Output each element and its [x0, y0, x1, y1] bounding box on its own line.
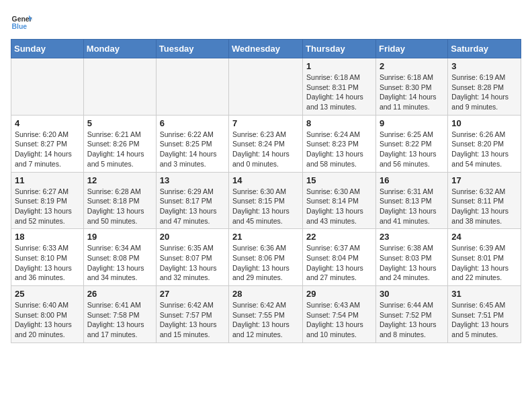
day-info: Sunrise: 6:18 AM Sunset: 8:31 PM Dayligh…	[306, 73, 372, 112]
calendar-week-row: 1Sunrise: 6:18 AM Sunset: 8:31 PM Daylig…	[11, 58, 521, 116]
day-header-saturday: Saturday	[448, 40, 521, 58]
day-number: 18	[15, 232, 80, 242]
calendar-cell: 15Sunrise: 6:30 AM Sunset: 8:14 PM Dayli…	[303, 172, 376, 229]
day-info: Sunrise: 6:42 AM Sunset: 7:55 PM Dayligh…	[232, 300, 299, 340]
day-number: 25	[15, 289, 80, 299]
calendar-cell: 31Sunrise: 6:45 AM Sunset: 7:51 PM Dayli…	[448, 286, 521, 343]
day-info: Sunrise: 6:23 AM Sunset: 8:24 PM Dayligh…	[232, 130, 299, 169]
calendar-cell	[156, 58, 228, 116]
day-info: Sunrise: 6:43 AM Sunset: 7:54 PM Dayligh…	[306, 300, 372, 340]
day-number: 10	[451, 118, 517, 128]
day-header-tuesday: Tuesday	[156, 40, 228, 58]
day-number: 9	[380, 118, 444, 128]
calendar-cell: 21Sunrise: 6:36 AM Sunset: 8:06 PM Dayli…	[229, 229, 303, 286]
day-info: Sunrise: 6:22 AM Sunset: 8:25 PM Dayligh…	[160, 130, 225, 169]
calendar-cell: 10Sunrise: 6:26 AM Sunset: 8:20 PM Dayli…	[448, 115, 521, 172]
day-info: Sunrise: 6:40 AM Sunset: 8:00 PM Dayligh…	[15, 300, 80, 340]
day-info: Sunrise: 6:44 AM Sunset: 7:52 PM Dayligh…	[380, 300, 444, 340]
day-info: Sunrise: 6:33 AM Sunset: 8:10 PM Dayligh…	[15, 243, 80, 283]
day-info: Sunrise: 6:41 AM Sunset: 7:58 PM Dayligh…	[87, 300, 152, 340]
calendar-cell: 22Sunrise: 6:37 AM Sunset: 8:04 PM Dayli…	[303, 229, 376, 286]
day-header-thursday: Thursday	[303, 40, 376, 58]
calendar-cell: 24Sunrise: 6:39 AM Sunset: 8:01 PM Dayli…	[448, 229, 521, 286]
day-number: 4	[15, 118, 80, 128]
calendar-cell: 13Sunrise: 6:29 AM Sunset: 8:17 PM Dayli…	[156, 172, 228, 229]
calendar-cell: 30Sunrise: 6:44 AM Sunset: 7:52 PM Dayli…	[375, 286, 447, 343]
calendar-cell: 7Sunrise: 6:23 AM Sunset: 8:24 PM Daylig…	[229, 115, 303, 172]
calendar-cell: 27Sunrise: 6:42 AM Sunset: 7:57 PM Dayli…	[156, 286, 228, 343]
day-info: Sunrise: 6:20 AM Sunset: 8:27 PM Dayligh…	[15, 130, 80, 169]
calendar-cell: 6Sunrise: 6:22 AM Sunset: 8:25 PM Daylig…	[156, 115, 228, 172]
page-header: General Blue	[11, 11, 521, 32]
calendar-table: SundayMondayTuesdayWednesdayThursdayFrid…	[11, 39, 521, 343]
day-number: 28	[232, 289, 299, 299]
calendar-cell: 3Sunrise: 6:19 AM Sunset: 8:28 PM Daylig…	[448, 58, 521, 116]
calendar-cell: 23Sunrise: 6:38 AM Sunset: 8:03 PM Dayli…	[375, 229, 447, 286]
calendar-cell: 9Sunrise: 6:25 AM Sunset: 8:22 PM Daylig…	[375, 115, 447, 172]
day-number: 19	[87, 232, 152, 242]
logo-icon: General Blue	[11, 11, 32, 32]
day-number: 29	[306, 289, 372, 299]
day-info: Sunrise: 6:26 AM Sunset: 8:20 PM Dayligh…	[451, 130, 517, 169]
calendar-cell: 4Sunrise: 6:20 AM Sunset: 8:27 PM Daylig…	[11, 115, 84, 172]
day-info: Sunrise: 6:30 AM Sunset: 8:15 PM Dayligh…	[232, 187, 299, 226]
day-number: 15	[306, 175, 372, 185]
calendar-cell	[229, 58, 303, 116]
day-info: Sunrise: 6:45 AM Sunset: 7:51 PM Dayligh…	[451, 300, 517, 340]
calendar-cell: 11Sunrise: 6:27 AM Sunset: 8:19 PM Dayli…	[11, 172, 84, 229]
day-number: 17	[451, 175, 517, 185]
day-number: 13	[160, 175, 225, 185]
day-number: 8	[306, 118, 372, 128]
svg-text:Blue: Blue	[12, 23, 28, 30]
day-info: Sunrise: 6:27 AM Sunset: 8:19 PM Dayligh…	[15, 187, 80, 226]
day-info: Sunrise: 6:31 AM Sunset: 8:13 PM Dayligh…	[380, 187, 444, 226]
day-header-sunday: Sunday	[11, 40, 84, 58]
calendar-cell: 28Sunrise: 6:42 AM Sunset: 7:55 PM Dayli…	[229, 286, 303, 343]
day-info: Sunrise: 6:36 AM Sunset: 8:06 PM Dayligh…	[232, 243, 299, 283]
day-number: 3	[451, 61, 517, 71]
day-number: 21	[232, 232, 299, 242]
calendar-header-row: SundayMondayTuesdayWednesdayThursdayFrid…	[11, 40, 521, 58]
calendar-cell: 14Sunrise: 6:30 AM Sunset: 8:15 PM Dayli…	[229, 172, 303, 229]
day-info: Sunrise: 6:18 AM Sunset: 8:30 PM Dayligh…	[380, 73, 444, 112]
day-info: Sunrise: 6:34 AM Sunset: 8:08 PM Dayligh…	[87, 243, 152, 283]
day-info: Sunrise: 6:21 AM Sunset: 8:26 PM Dayligh…	[87, 130, 152, 169]
calendar-cell: 25Sunrise: 6:40 AM Sunset: 8:00 PM Dayli…	[11, 286, 84, 343]
day-info: Sunrise: 6:19 AM Sunset: 8:28 PM Dayligh…	[451, 73, 517, 112]
day-number: 6	[160, 118, 225, 128]
day-number: 24	[451, 232, 517, 242]
day-number: 30	[380, 289, 444, 299]
calendar-week-row: 25Sunrise: 6:40 AM Sunset: 8:00 PM Dayli…	[11, 286, 521, 343]
day-number: 14	[232, 175, 299, 185]
day-info: Sunrise: 6:32 AM Sunset: 8:11 PM Dayligh…	[451, 187, 517, 226]
calendar-cell: 18Sunrise: 6:33 AM Sunset: 8:10 PM Dayli…	[11, 229, 84, 286]
day-number: 26	[87, 289, 152, 299]
day-header-wednesday: Wednesday	[229, 40, 303, 58]
day-info: Sunrise: 6:38 AM Sunset: 8:03 PM Dayligh…	[380, 243, 444, 283]
day-number: 22	[306, 232, 372, 242]
day-number: 27	[160, 289, 225, 299]
calendar-cell: 16Sunrise: 6:31 AM Sunset: 8:13 PM Dayli…	[375, 172, 447, 229]
day-number: 11	[15, 175, 80, 185]
calendar-cell: 29Sunrise: 6:43 AM Sunset: 7:54 PM Dayli…	[303, 286, 376, 343]
day-header-monday: Monday	[83, 40, 156, 58]
calendar-week-row: 18Sunrise: 6:33 AM Sunset: 8:10 PM Dayli…	[11, 229, 521, 286]
calendar-cell: 5Sunrise: 6:21 AM Sunset: 8:26 PM Daylig…	[83, 115, 156, 172]
day-number: 20	[160, 232, 225, 242]
day-info: Sunrise: 6:24 AM Sunset: 8:23 PM Dayligh…	[306, 130, 372, 169]
calendar-week-row: 11Sunrise: 6:27 AM Sunset: 8:19 PM Dayli…	[11, 172, 521, 229]
day-number: 16	[380, 175, 444, 185]
day-number: 2	[380, 61, 444, 71]
logo: General Blue	[11, 11, 32, 32]
calendar-cell: 19Sunrise: 6:34 AM Sunset: 8:08 PM Dayli…	[83, 229, 156, 286]
day-info: Sunrise: 6:28 AM Sunset: 8:18 PM Dayligh…	[87, 187, 152, 226]
day-header-friday: Friday	[375, 40, 447, 58]
day-info: Sunrise: 6:35 AM Sunset: 8:07 PM Dayligh…	[160, 243, 225, 283]
calendar-cell	[11, 58, 84, 116]
day-info: Sunrise: 6:25 AM Sunset: 8:22 PM Dayligh…	[380, 130, 444, 169]
calendar-cell	[83, 58, 156, 116]
calendar-cell: 8Sunrise: 6:24 AM Sunset: 8:23 PM Daylig…	[303, 115, 376, 172]
day-info: Sunrise: 6:30 AM Sunset: 8:14 PM Dayligh…	[306, 187, 372, 226]
day-info: Sunrise: 6:29 AM Sunset: 8:17 PM Dayligh…	[160, 187, 225, 226]
day-info: Sunrise: 6:39 AM Sunset: 8:01 PM Dayligh…	[451, 243, 517, 283]
